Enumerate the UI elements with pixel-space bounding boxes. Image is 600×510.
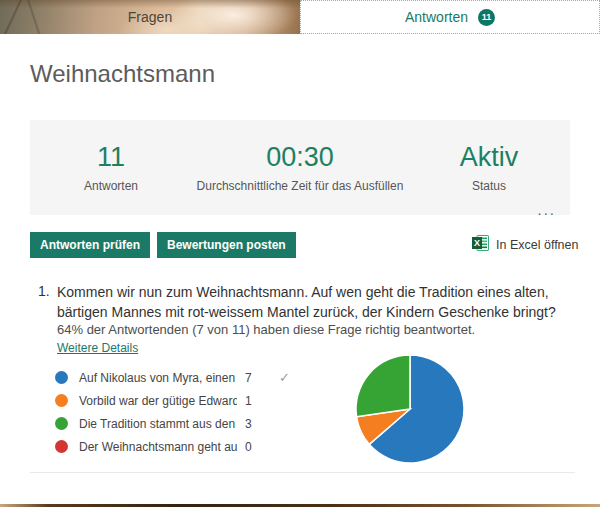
tab-fragen[interactable]: Fragen [0,0,300,34]
section-divider [30,472,575,473]
option-response-count: 3 [245,417,267,431]
question-number: 1. [38,283,57,323]
stat-label: Antworten [30,179,192,193]
option-response-count: 0 [245,440,267,454]
option-label: Vorbild war der gütige Edward... [79,394,237,408]
pie-chart [354,353,466,465]
correct-answer-check-icon: ✓ [279,370,290,385]
stat-value: 00:30 [192,142,408,173]
stats-card: 11Antworten00:30Durchschnittliche Zeit f… [30,120,570,215]
option-color-dot [55,440,68,453]
post-scores-button[interactable]: Bewertungen posten [157,232,296,258]
response-count-badge: 11 [478,9,495,26]
answer-option-row-2: Die Tradition stammt aus den ...3 [55,412,290,435]
pie-slice-2[interactable] [356,355,410,417]
option-label: Auf Nikolaus von Myra, einen ... [79,371,237,385]
actions-row: Antworten prüfen Bewertungen posten [30,232,296,258]
stat-value: 11 [30,142,192,173]
more-details-link[interactable]: Weitere Details [57,341,138,355]
answer-option-row-1: Vorbild war der gütige Edward...1 [55,389,290,412]
stat-item-0: 11Antworten [30,142,192,193]
answer-option-row-3: Der Weihnachtsmann geht auf...0 [55,435,290,458]
option-color-dot [55,417,68,430]
open-in-excel-label: In Excel öffnen [496,238,578,252]
question-block: 1. Kommen wir nun zum Weihnachtsmann. Au… [38,283,570,323]
forms-responses-page: Fragen Antworten 11 Weihnachtsmann 11Ant… [0,0,600,510]
svg-text:X: X [474,238,480,248]
stat-value: Aktiv [408,142,570,173]
next-section-edge [0,504,600,507]
stat-item-2: AktivStatus [408,142,570,193]
open-in-excel-link[interactable]: X In Excel öffnen [472,235,578,254]
question-text: Kommen wir nun zum Weihnachtsmann. Auf w… [57,283,570,323]
tab-antworten-label: Antworten [405,9,468,25]
answer-options-list: Auf Nikolaus von Myra, einen ...7✓Vorbil… [55,366,290,458]
stat-item-1: 00:30Durchschnittliche Zeit für das Ausf… [192,142,408,193]
stat-label: Durchschnittliche Zeit für das Ausfüllen [192,179,408,193]
review-answers-button[interactable]: Antworten prüfen [30,232,150,258]
tab-fragen-label: Fragen [128,9,172,25]
option-label: Die Tradition stammt aus den ... [79,417,237,431]
option-response-count: 7 [245,371,267,385]
page-title: Weihnachtsmann [30,60,215,88]
option-color-dot [55,394,68,407]
option-label: Der Weihnachtsmann geht auf... [79,440,237,454]
tab-antworten[interactable]: Antworten 11 [300,0,600,34]
answer-option-row-0: Auf Nikolaus von Myra, einen ...7✓ [55,366,290,389]
stat-label: Status [408,179,570,193]
excel-icon: X [472,235,489,254]
more-options-button[interactable]: ... [537,202,556,217]
option-color-dot [55,371,68,384]
stats-list: 11Antworten00:30Durchschnittliche Zeit f… [30,120,570,215]
option-response-count: 1 [245,394,267,408]
question-correct-stat: 64% der Antwortenden (7 von 11) haben di… [57,322,475,337]
